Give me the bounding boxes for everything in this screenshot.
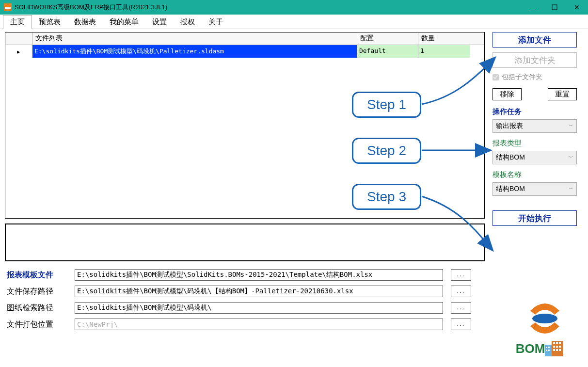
report-type-select[interactable]: 结构BOM ﹀ xyxy=(493,151,577,164)
svg-rect-18 xyxy=(548,350,550,351)
grid-header-qty[interactable]: 数量 xyxy=(418,32,484,45)
svg-rect-1 xyxy=(5,7,11,9)
tab-settings[interactable]: 设置 xyxy=(145,16,174,29)
include-subfolder-label: 包括子文件夹 xyxy=(502,73,542,81)
svg-rect-13 xyxy=(556,349,558,351)
current-row-icon: ▸ xyxy=(17,48,20,55)
svg-rect-17 xyxy=(546,350,547,351)
svg-rect-12 xyxy=(553,349,555,351)
add-folder-button[interactable]: 添加文件夹 xyxy=(493,52,577,68)
app-logo: BOM xyxy=(513,293,576,356)
tab-about[interactable]: 关于 xyxy=(202,16,230,29)
start-button[interactable]: 开始执行 xyxy=(493,210,577,226)
remove-button[interactable]: 移除 xyxy=(493,88,522,100)
svg-rect-10 xyxy=(556,346,558,348)
pack-path-input xyxy=(75,319,443,330)
include-subfolder-check[interactable]: 包括子文件夹 xyxy=(493,73,577,81)
row-config-cell[interactable]: Default xyxy=(357,45,418,58)
grid-header: 文件列表 配置 数量 xyxy=(5,32,484,45)
svg-rect-14 xyxy=(559,349,561,351)
row-indicator: ▸ xyxy=(5,45,32,58)
template-path-browse[interactable]: ... xyxy=(451,269,471,281)
template-value: 结构BOM xyxy=(496,185,525,193)
close-button[interactable]: ✕ xyxy=(566,0,588,15)
chevron-down-icon: ﹀ xyxy=(569,186,573,192)
sidebar: 添加文件 添加文件夹 包括子文件夹 移除 重置 操作任务 输出报表 ﹀ 报表类型… xyxy=(485,32,577,261)
tab-data[interactable]: 数据表 xyxy=(67,16,103,29)
logo-text: BOM xyxy=(516,341,545,356)
app-icon xyxy=(4,3,12,11)
template-select[interactable]: 结构BOM ﹀ xyxy=(493,182,577,196)
log-panel[interactable] xyxy=(5,223,485,261)
maximize-button[interactable] xyxy=(543,0,566,15)
chevron-down-icon: ﹀ xyxy=(569,154,573,161)
task-label: 操作任务 xyxy=(493,107,577,116)
svg-rect-8 xyxy=(559,342,561,344)
window-title: SOLIDWORKS高级BOM及ERP接口工具(R2021.3.8.1) xyxy=(15,3,521,12)
template-label: 模板名称 xyxy=(493,170,577,179)
grid-corner xyxy=(5,32,32,45)
template-path-label: 报表模板文件 xyxy=(7,270,75,280)
paths-section: 报表模板文件 ... 文件保存路径 ... 图纸检索路径 ... 文件打包位置 … xyxy=(0,261,588,330)
search-path-browse[interactable]: ... xyxy=(451,302,471,314)
search-path-input[interactable] xyxy=(75,302,443,314)
grid-header-config[interactable]: 配置 xyxy=(357,32,418,45)
template-path-input[interactable] xyxy=(75,269,443,281)
svg-rect-6 xyxy=(553,342,555,344)
save-path-input[interactable] xyxy=(75,286,443,297)
chevron-down-icon: ﹀ xyxy=(569,123,573,129)
step-2-callout: Step 2 xyxy=(352,138,421,164)
building-icon xyxy=(545,341,563,356)
report-type-label: 报表类型 xyxy=(493,139,577,148)
search-path-label: 图纸检索路径 xyxy=(7,303,75,313)
minimize-button[interactable]: — xyxy=(521,0,543,15)
task-value: 输出报表 xyxy=(496,122,523,130)
svg-point-3 xyxy=(532,314,557,323)
tab-preview[interactable]: 预览表 xyxy=(32,16,67,29)
include-subfolder-checkbox[interactable] xyxy=(493,74,499,80)
svg-rect-16 xyxy=(548,347,550,348)
reset-button[interactable]: 重置 xyxy=(548,88,577,100)
tab-license[interactable]: 授权 xyxy=(174,16,202,29)
add-file-button[interactable]: 添加文件 xyxy=(493,32,577,48)
row-file-cell[interactable]: E:\solidkits插件\BOM测试模型\码垛机\Palletizer.sl… xyxy=(32,45,357,58)
pack-path-label: 文件打包位置 xyxy=(7,319,75,330)
svg-rect-11 xyxy=(559,346,561,348)
save-path-label: 文件保存路径 xyxy=(7,287,75,297)
svg-rect-2 xyxy=(552,5,557,10)
step-3-callout: Step 3 xyxy=(352,184,421,210)
row-qty-cell[interactable]: 1 xyxy=(418,45,470,58)
svg-rect-15 xyxy=(546,347,547,348)
tab-home[interactable]: 主页 xyxy=(3,15,32,29)
grid-header-file[interactable]: 文件列表 xyxy=(32,32,357,45)
task-select[interactable]: 输出报表 ﹀ xyxy=(493,119,577,133)
tab-strip: 主页 预览表 数据表 我的菜单 设置 授权 关于 xyxy=(0,15,588,29)
svg-rect-9 xyxy=(553,346,555,348)
titlebar: SOLIDWORKS高级BOM及ERP接口工具(R2021.3.8.1) — ✕ xyxy=(0,0,588,15)
svg-rect-7 xyxy=(556,342,558,344)
save-path-browse[interactable]: ... xyxy=(451,286,471,297)
tab-mymenu[interactable]: 我的菜单 xyxy=(103,16,145,29)
pack-path-browse[interactable]: ... xyxy=(451,319,471,330)
step-1-callout: Step 1 xyxy=(352,92,421,118)
table-row[interactable]: ▸ E:\solidkits插件\BOM测试模型\码垛机\Palletizer.… xyxy=(5,45,484,58)
report-type-value: 结构BOM xyxy=(496,153,525,162)
